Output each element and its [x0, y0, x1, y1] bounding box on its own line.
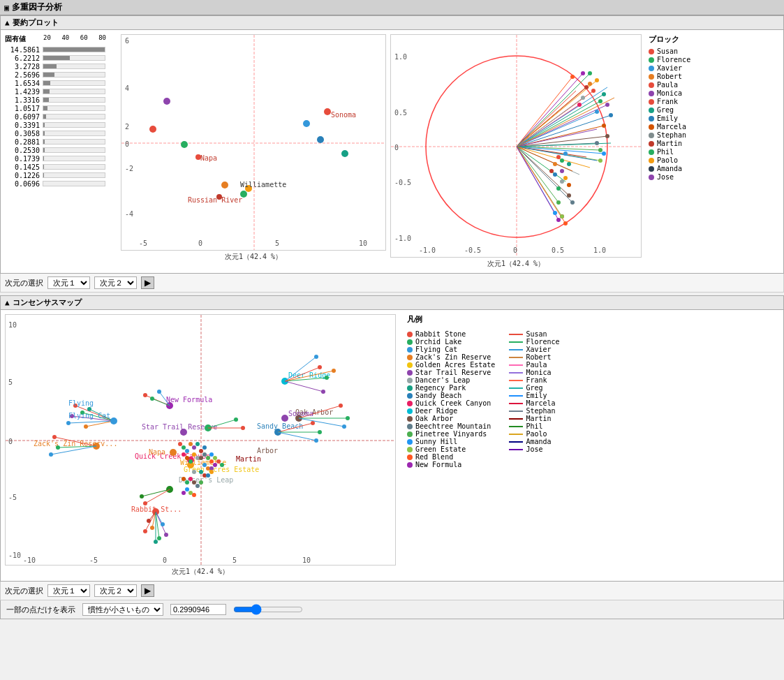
block-legend-item: Susan — [649, 47, 690, 55]
svg-point-156 — [52, 435, 57, 439]
eigenvalue-table: 固有値 20406080 14.58616.22123.27282.56961.… — [5, 34, 117, 188]
svg-line-173 — [285, 381, 323, 392]
svg-point-103 — [560, 158, 564, 163]
svg-point-175 — [325, 376, 329, 380]
dim-select-label-2: 次元の選択 — [5, 586, 43, 596]
svg-point-94 — [577, 103, 582, 107]
svg-point-229 — [216, 459, 221, 464]
svg-point-193 — [346, 416, 350, 420]
eigenvalue-row: 0.1226 — [5, 171, 117, 179]
svg-point-100 — [570, 75, 575, 79]
partial-display-select[interactable]: 慣性が小さいもの — [82, 603, 163, 616]
svg-point-107 — [567, 162, 571, 166]
svg-point-228 — [213, 463, 217, 467]
svg-text:-1.0: -1.0 — [419, 246, 436, 254]
rater-legend-item: Susan — [509, 330, 597, 338]
play-button-1[interactable]: ▶ — [141, 276, 154, 289]
svg-text:Flying Cat: Flying Cat — [68, 412, 110, 420]
consensus-section-content: 10 5 0 -5 -10 -10 -5 0 5 10 — [0, 309, 784, 582]
title-bar: ▣ 多重因子分析 — [0, 0, 784, 15]
svg-point-97 — [598, 148, 602, 152]
correlation-circle: 1.0 0.5 0 -0.5 -1.0 -1.0 -0.5 0 0.5 1.0 — [390, 34, 642, 269]
product-legend-item: New Formula — [407, 461, 495, 468]
svg-text:4: 4 — [125, 84, 129, 92]
svg-text:Zack's Zin Reserv...: Zack's Zin Reserv... — [34, 440, 117, 448]
svg-point-258 — [143, 529, 147, 533]
eigenvalue-row: 14.5861 — [5, 45, 117, 54]
partial-value-input[interactable] — [170, 604, 226, 615]
svg-text:-5: -5 — [139, 239, 147, 247]
svg-point-237 — [209, 470, 214, 474]
svg-point-104 — [563, 151, 568, 156]
svg-text:Williamette: Williamette — [240, 181, 286, 189]
bottom-controls: 一部の点だけを表示 慣性が小さいもの — [0, 600, 784, 619]
product-legend-item: Regency Park — [407, 384, 495, 392]
svg-point-86 — [605, 103, 609, 107]
svg-point-192 — [339, 404, 343, 408]
svg-point-241 — [188, 477, 193, 481]
svg-point-236 — [206, 473, 210, 478]
rater-legend-item: Marcela — [509, 399, 597, 407]
dim1-select-1[interactable]: 次元１ — [47, 276, 90, 289]
svg-point-273 — [140, 494, 144, 498]
collapse-icon[interactable]: ▲ — [5, 18, 10, 27]
svg-point-149 — [110, 417, 117, 424]
play-button-2[interactable]: ▶ — [141, 584, 154, 597]
svg-point-214 — [195, 442, 200, 446]
product-legend-item: Zack's Zin Reserve — [407, 353, 495, 361]
svg-text:-2: -2 — [125, 165, 133, 172]
eigenvalue-row: 0.3058 — [5, 129, 117, 138]
svg-point-194 — [342, 424, 346, 429]
block-legend: ブロック SusanFlorenceXavierRobertPaulaMonic… — [649, 34, 690, 181]
svg-point-238 — [192, 470, 196, 474]
svg-text:Napa: Napa — [149, 448, 165, 456]
eigenvalue-row: 1.6534 — [5, 79, 117, 87]
dim2-select-2[interactable]: 次元２ — [94, 584, 137, 597]
product-legend-item: Beechtree Mountain — [407, 422, 495, 430]
svg-point-185 — [318, 430, 322, 434]
eigenvalue-rows: 14.58616.22123.27282.56961.65341.42391.3… — [5, 45, 117, 188]
correlation-svg: 1.0 0.5 0 -0.5 -1.0 -1.0 -0.5 0 0.5 1.0 — [390, 34, 642, 258]
svg-point-178 — [321, 390, 325, 394]
svg-point-227 — [209, 459, 214, 464]
svg-text:0: 0 — [394, 144, 399, 151]
svg-point-184 — [311, 421, 315, 425]
svg-point-24 — [317, 136, 324, 143]
svg-point-177 — [332, 369, 336, 373]
product-legend-item: Green Estate — [407, 445, 495, 453]
svg-point-111 — [560, 179, 564, 184]
rater-legend-item: Emily — [509, 392, 597, 399]
svg-text:0: 0 — [513, 246, 517, 254]
svg-point-117 — [556, 200, 561, 205]
product-legend-item: Orchid Lake — [407, 338, 495, 346]
svg-point-166 — [157, 390, 161, 394]
menu-icon: ▣ — [4, 3, 9, 13]
svg-point-99 — [598, 158, 602, 163]
svg-text:0: 0 — [198, 239, 202, 247]
svg-point-210 — [182, 445, 186, 450]
svg-point-82 — [591, 89, 596, 93]
svg-text:-10: -10 — [23, 556, 36, 564]
svg-point-112 — [567, 183, 571, 187]
block-legend-item: Greg — [649, 106, 690, 114]
svg-text:-0.5: -0.5 — [394, 179, 411, 186]
svg-point-145 — [66, 421, 71, 425]
dim2-select-1[interactable]: 次元２ — [94, 276, 137, 289]
svg-line-77 — [517, 147, 559, 202]
svg-point-268 — [234, 417, 238, 422]
collapse-icon-2[interactable]: ▲ — [5, 298, 10, 307]
dim1-select-2[interactable]: 次元１ — [47, 584, 90, 597]
eigenvalue-row: 6.2212 — [5, 54, 117, 62]
block-legend-item: Monica — [649, 89, 690, 97]
svg-text:-0.5: -0.5 — [464, 246, 481, 254]
partial-slider[interactable] — [233, 605, 303, 614]
rater-legend-item: Phil — [509, 422, 597, 430]
summary-section-header: ▲ 要約プロット — [0, 15, 784, 29]
svg-point-217 — [192, 452, 196, 457]
svg-point-260 — [161, 522, 165, 526]
eigenvalue-row: 0.3391 — [5, 121, 117, 129]
summary-dim-selector: 次元の選択 次元１ 次元２ ▶ — [0, 274, 784, 293]
svg-text:0.5: 0.5 — [552, 246, 564, 254]
legend-title: 凡例 — [407, 314, 598, 325]
svg-point-109 — [553, 172, 557, 177]
